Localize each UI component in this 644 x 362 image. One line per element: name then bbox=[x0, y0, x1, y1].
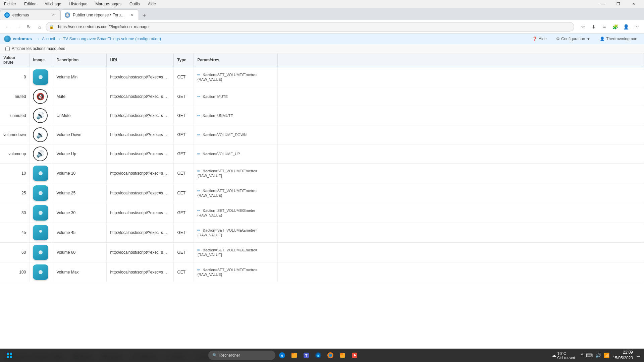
breadcrumb-accueil[interactable]: Accueil bbox=[42, 37, 55, 41]
home-button[interactable]: ⌂ bbox=[35, 22, 44, 32]
tray-keyboard[interactable]: ⌨ bbox=[585, 352, 593, 359]
taskbar-search[interactable]: 🔍 Rechercher bbox=[208, 351, 275, 360]
edit-icon-9[interactable]: ✏ bbox=[197, 248, 200, 252]
forward-button[interactable]: → bbox=[13, 22, 23, 32]
cell-value-9: 60 bbox=[0, 243, 30, 262]
search-icon: 🔍 bbox=[212, 353, 217, 358]
cell-description-0: Volume Min bbox=[53, 67, 107, 87]
minimize-button[interactable]: — bbox=[595, 0, 610, 8]
cell-params-6: ✏ &action=SET_VOLUMEŒmetre={RAW_VALUE} bbox=[194, 183, 278, 203]
reload-button[interactable]: ↻ bbox=[24, 22, 34, 32]
main-content: Afficher les actions masquées Valeur bru… bbox=[0, 44, 644, 350]
cell-value-8: 45 bbox=[0, 223, 30, 243]
cell-extra-8 bbox=[278, 223, 644, 243]
col-header-valeur: Valeur brute bbox=[0, 53, 30, 67]
config-label: Configuration bbox=[561, 37, 585, 41]
col-header-description: Description bbox=[53, 53, 107, 67]
settings-button[interactable]: ⋯ bbox=[632, 22, 641, 32]
edit-icon-3[interactable]: ✏ bbox=[197, 133, 200, 137]
params-text-5: &action=SET_VOLUMEŒmetre={RAW_VALUE} bbox=[197, 169, 257, 178]
back-button[interactable]: ← bbox=[3, 22, 12, 32]
edit-icon-7[interactable]: ✏ bbox=[197, 208, 200, 213]
cell-type-4: GET bbox=[174, 144, 194, 164]
svg-text:T: T bbox=[305, 354, 307, 358]
restore-button[interactable]: ❐ bbox=[610, 0, 626, 8]
taskbar-teams[interactable]: T bbox=[301, 350, 312, 361]
taskbar-msedge2[interactable] bbox=[313, 350, 324, 361]
edit-icon-0[interactable]: ✏ bbox=[197, 73, 200, 77]
edit-icon-5[interactable]: ✏ bbox=[197, 169, 200, 173]
menu-affichage[interactable]: Affichage bbox=[43, 1, 63, 7]
breadcrumb-device[interactable]: TV Samsung avec SmartThings-volume (conf… bbox=[63, 37, 161, 41]
taskbar-firefox[interactable] bbox=[325, 350, 336, 361]
sys-tray: ^ ⌨ 🔊 📶 bbox=[580, 352, 610, 359]
edit-icon-4[interactable]: ✏ bbox=[197, 152, 200, 156]
cell-extra-3 bbox=[278, 125, 644, 144]
cell-description-2: UnMute bbox=[53, 106, 107, 125]
cell-params-9: ✏ &action=SET_VOLUMEŒmetre={RAW_VALUE} bbox=[194, 243, 278, 262]
tab-eedomus[interactable]: eedomus ✕ bbox=[0, 9, 60, 20]
edit-icon-8[interactable]: ✏ bbox=[197, 228, 200, 232]
cell-image-6 bbox=[30, 183, 53, 203]
config-button[interactable]: ⚙ Configuration ▼ bbox=[553, 36, 593, 42]
tray-volume[interactable]: 🔊 bbox=[595, 352, 602, 359]
logo-circle bbox=[4, 36, 11, 42]
app-header: eedomus → Accueil → TV Samsung avec Smar… bbox=[0, 34, 644, 44]
taskbar-right: ☁ 16°C Ciel couvert ^ ⌨ 🔊 📶 22:09 15/05/… bbox=[552, 350, 641, 361]
app-logo[interactable]: eedomus bbox=[4, 36, 32, 42]
table-row: volumeup 🔊 Volume Up http://localhost/sc… bbox=[0, 144, 644, 164]
address-bar: ← → ↻ ⌂ 🔒 ☆ ⬇ ≡ 🧩 👤 ⋯ bbox=[0, 20, 644, 34]
new-tab-button[interactable]: + bbox=[139, 11, 150, 20]
menu-marque-pages[interactable]: Marque-pages bbox=[94, 1, 123, 7]
profile-button[interactable]: 👤 bbox=[621, 22, 631, 32]
weather-icon: ☁ bbox=[552, 353, 556, 358]
edit-icon-10[interactable]: ✏ bbox=[197, 268, 200, 272]
taskbar-explorer[interactable] bbox=[289, 350, 300, 361]
tab-close-eedomus[interactable]: ✕ bbox=[51, 12, 56, 18]
show-hidden-label[interactable]: Afficher les actions masquées bbox=[12, 46, 65, 51]
edit-icon-1[interactable]: ✏ bbox=[197, 95, 200, 99]
edit-icon-6[interactable]: ✏ bbox=[197, 189, 200, 193]
menu-edition[interactable]: Edition bbox=[23, 1, 38, 7]
cell-url-8: http://localhost/script/?exec=smartthing… bbox=[107, 223, 174, 243]
tray-network[interactable]: 📶 bbox=[603, 352, 610, 359]
cell-description-7: Volume 30 bbox=[53, 203, 107, 223]
params-text-6: &action=SET_VOLUMEŒmetre={RAW_VALUE} bbox=[197, 189, 257, 197]
address-input[interactable] bbox=[46, 22, 574, 32]
taskbar-media[interactable] bbox=[349, 350, 360, 361]
help-button[interactable]: ❓ Aide bbox=[530, 36, 549, 42]
favorites-button[interactable]: ☆ bbox=[578, 22, 588, 32]
sidebar-toggle[interactable]: ≡ bbox=[600, 22, 609, 32]
cell-url-1: http://localhost/script/?exec=smartthing… bbox=[107, 87, 174, 106]
user-icon: 👤 bbox=[600, 37, 605, 41]
cell-url-0: http://localhost/script/?exec=smartthing… bbox=[107, 67, 174, 87]
start-button[interactable] bbox=[3, 350, 16, 361]
taskbar-weather: ☁ 16°C Ciel couvert bbox=[552, 351, 575, 360]
tab-close-publier[interactable]: ✕ bbox=[129, 12, 135, 18]
menu-historique[interactable]: Historique bbox=[68, 1, 89, 7]
titlebar: Fichier Edition Affichage Historique Mar… bbox=[0, 0, 644, 8]
tray-arrow[interactable]: ^ bbox=[580, 352, 584, 359]
cell-image-4: 🔊 bbox=[30, 144, 53, 164]
menu-outils[interactable]: Outils bbox=[128, 1, 141, 7]
cell-description-8: Volume 45 bbox=[53, 223, 107, 243]
cell-extra-10 bbox=[278, 262, 644, 282]
edit-icon-2[interactable]: ✏ bbox=[197, 114, 200, 118]
download-button[interactable]: ⬇ bbox=[589, 22, 598, 32]
cell-url-10: http://localhost/script/?exec=smartthing… bbox=[107, 262, 174, 282]
svg-rect-3 bbox=[7, 353, 9, 355]
cell-params-1: ✏ &action=MUTE bbox=[194, 87, 278, 106]
params-text-1: &action=MUTE bbox=[203, 95, 228, 99]
menu-fichier[interactable]: Fichier bbox=[3, 1, 17, 7]
taskbar-files[interactable] bbox=[337, 350, 348, 361]
show-desktop[interactable]: ▭ bbox=[636, 352, 641, 359]
show-hidden-checkbox[interactable] bbox=[5, 47, 10, 51]
tab-publier[interactable]: 💬 Publier une réponse • Forum ee… ✕ bbox=[60, 9, 139, 20]
clock-date: 15/05/2023 bbox=[613, 355, 633, 361]
taskbar-edge[interactable]: e bbox=[277, 350, 287, 361]
user-button[interactable]: 👤 Thedrowningman bbox=[597, 36, 640, 42]
close-button[interactable]: ✕ bbox=[626, 0, 641, 8]
extensions-button[interactable]: 🧩 bbox=[610, 22, 620, 32]
cell-extra-4 bbox=[278, 144, 644, 164]
menu-aide[interactable]: Aide bbox=[147, 1, 157, 7]
